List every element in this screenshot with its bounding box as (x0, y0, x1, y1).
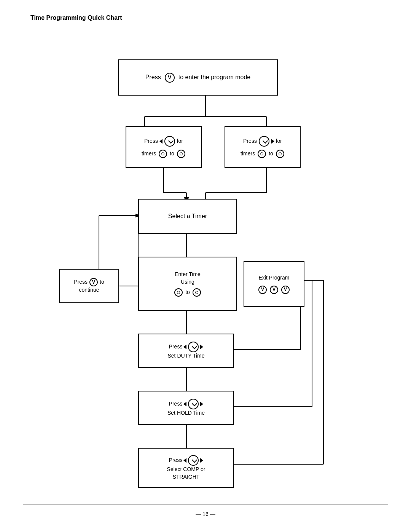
comp-line3-label: STRAIGHT (173, 473, 200, 481)
right-timers-label: timers (241, 150, 255, 158)
left-dial2-icon (177, 150, 185, 158)
right-branch-box: Press for timers to (225, 126, 301, 168)
v-icon-exit2: V (270, 286, 278, 294)
left-clock-icon (164, 136, 175, 147)
continue-to-label: to (100, 278, 104, 286)
left-branch-box: Press for timers to (126, 126, 202, 168)
enter-dial1-icon (174, 288, 183, 297)
enter-time-line2: Using (181, 278, 194, 286)
v-icon-exit1: V (258, 286, 267, 294)
comp-press-label: Press (169, 457, 183, 464)
select-comp-box: Press Select COMP or STRAIGHT (138, 448, 234, 488)
comp-arrow-right-icon (200, 458, 203, 463)
comp-line2-label: Select COMP or (167, 466, 206, 473)
select-timer-box: Select a Timer (138, 199, 237, 234)
hold-time-box: Press Set HOLD Time (138, 391, 234, 425)
right-to-label: to (269, 150, 273, 158)
duty-time-box: Press Set DUTY Time (138, 334, 234, 368)
bottom-divider (23, 505, 388, 505)
right-for-label: for (276, 138, 282, 144)
left-to-label: to (170, 150, 174, 158)
enter-time-box: Enter Time Using to (138, 257, 237, 311)
duty-clock-icon (188, 342, 199, 352)
duty-time-label: Set DUTY Time (168, 352, 205, 360)
left-for-label: for (177, 138, 183, 144)
exit-program-box: Exit Program V V V (244, 261, 304, 307)
left-press-label: Press (144, 138, 159, 144)
right-arrow-icon (271, 139, 274, 144)
hold-press-label: Press (169, 400, 183, 408)
duty-arrow-right-icon (200, 345, 203, 349)
hold-clock-icon (188, 399, 199, 409)
comp-arrow-left-icon (183, 458, 186, 463)
right-clock-icon (259, 136, 269, 147)
v-icon-top: V (165, 73, 175, 83)
left-timers-label: timers (142, 150, 156, 158)
enter-time-line1: Enter Time (175, 271, 201, 278)
enter-dial2-icon (193, 288, 201, 297)
top-box-suffix: to enter the program mode (178, 73, 250, 81)
right-press-label: Press (243, 138, 258, 144)
continue-label: continue (79, 287, 99, 293)
hold-arrow-left-icon (183, 402, 186, 406)
duty-press-label: Press (169, 343, 183, 351)
enter-to-label: to (185, 289, 190, 296)
v-icon-continue: V (89, 278, 98, 286)
hold-arrow-right-icon (200, 402, 203, 406)
press-continue-box: Press V to continue (59, 269, 119, 303)
right-dial1-icon (258, 150, 266, 158)
page-title: Time Programming Quick Chart (0, 0, 411, 21)
continue-press-label: Press (74, 278, 88, 286)
v-icon-exit3: V (281, 286, 290, 294)
page-number: — 16 — (196, 511, 215, 517)
left-dial1-icon (159, 150, 167, 158)
top-box-press-label: Press (145, 73, 161, 81)
duty-arrow-left-icon (183, 345, 186, 349)
select-timer-label: Select a Timer (168, 212, 207, 220)
right-dial2-icon (276, 150, 284, 158)
top-box: Press V to enter the program mode (118, 59, 278, 96)
left-arrow-icon (159, 139, 162, 144)
comp-clock-icon (188, 455, 199, 466)
hold-time-label: Set HOLD Time (167, 409, 205, 417)
exit-program-label: Exit Program (259, 274, 290, 282)
